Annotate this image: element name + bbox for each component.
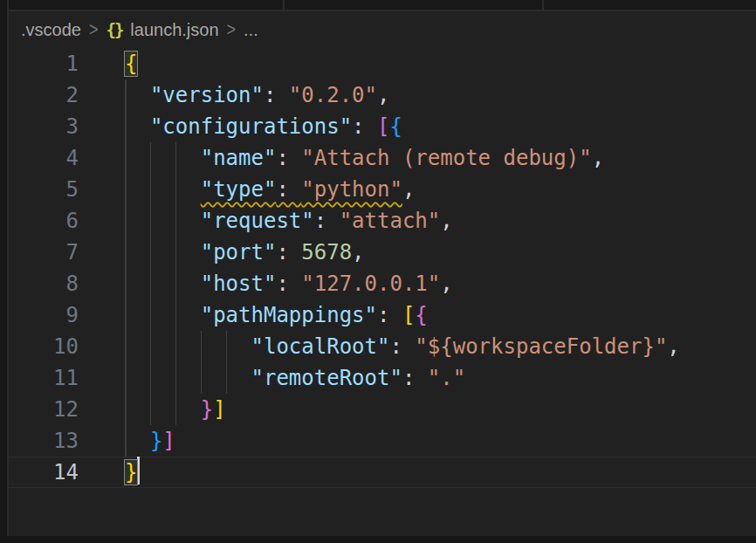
code-line-12[interactable]: 12 }] [9, 394, 756, 425]
token [125, 334, 251, 359]
token: "pathMappings" [201, 303, 377, 327]
code-line-13[interactable]: 13 }] [9, 425, 756, 457]
code-line-4[interactable]: 4 "name": "Attach (remote debug)", [9, 142, 756, 174]
code-line-content: "version": "0.2.0", [79, 79, 389, 111]
code-line-6[interactable]: 6 "request": "attach", [9, 205, 756, 237]
token: : [314, 209, 340, 233]
token [125, 429, 150, 453]
code-line-10[interactable]: 10 "localRoot": "${workspaceFolder}", [9, 331, 756, 362]
code-line-content: "host": "127.0.0.1", [79, 268, 453, 299]
token: "host" [201, 272, 277, 296]
token: ] [213, 397, 225, 422]
token [125, 366, 251, 390]
token: [ [402, 303, 415, 327]
code-line-content: "type": "python", [79, 174, 415, 205]
token: { [389, 114, 402, 139]
token: { [415, 303, 427, 327]
text-cursor [137, 457, 140, 485]
token [125, 240, 201, 265]
code-line-9[interactable]: 9 "pathMappings": [{ [9, 299, 756, 331]
line-number[interactable]: 1 [9, 48, 79, 79]
token: : [402, 366, 428, 390]
token: "." [428, 366, 465, 390]
code-line-content: "pathMappings": [{ [79, 299, 428, 331]
line-number[interactable]: 9 [9, 299, 79, 331]
token: : [276, 146, 301, 170]
token [125, 272, 201, 296]
token [125, 177, 201, 202]
token: } [150, 429, 162, 453]
token: : [276, 240, 301, 265]
code-line-8[interactable]: 8 "host": "127.0.0.1", [9, 268, 756, 299]
token: "port" [201, 240, 277, 265]
line-number[interactable]: 12 [9, 394, 79, 425]
code-line-3[interactable]: 3 "configurations": [{ [9, 111, 756, 142]
token: , [667, 334, 679, 359]
token: "Attach (remote debug)" [301, 146, 591, 170]
tab-separator [542, 0, 544, 10]
breadcrumb-folder[interactable]: .vscode [21, 20, 81, 40]
warning-squiggle-token: "type" [201, 177, 277, 202]
token: "localRoot" [251, 334, 390, 359]
line-number[interactable]: 7 [9, 237, 79, 268]
token: : [389, 334, 415, 359]
line-number[interactable]: 2 [9, 79, 79, 111]
token: : [377, 303, 402, 327]
code-line-content: "name": "Attach (remote debug)", [79, 142, 604, 174]
code-line-content: "request": "attach", [79, 205, 453, 237]
token: "${workspaceFolder}" [415, 334, 667, 359]
token: : [276, 272, 301, 296]
token [125, 303, 201, 327]
token: , [440, 209, 452, 233]
token: "remoteRoot" [251, 366, 402, 390]
token: : [264, 83, 289, 107]
token: "attach" [340, 209, 441, 233]
token: , [352, 240, 364, 265]
line-number[interactable]: 11 [9, 362, 79, 394]
code-line-7[interactable]: 7 "port": 5678, [9, 237, 756, 268]
token [125, 83, 150, 107]
token [125, 397, 201, 422]
code-line-14[interactable]: 14} [9, 457, 756, 488]
code-editor[interactable]: 1{2 "version": "0.2.0",3 "configurations… [9, 48, 756, 488]
line-number[interactable]: 10 [9, 331, 79, 362]
code-line-2[interactable]: 2 "version": "0.2.0", [9, 79, 756, 111]
token [125, 209, 201, 233]
token: , [592, 146, 604, 170]
bracket-match: } [125, 460, 137, 485]
json-file-icon: {} [106, 20, 122, 39]
token: "version" [150, 83, 264, 107]
code-line-content: }] [79, 425, 175, 457]
code-line-content: }] [79, 394, 226, 425]
tab-bar-bottom-sliver [9, 0, 756, 10]
token: 5678 [301, 240, 352, 265]
token: : [352, 114, 377, 139]
warning-squiggle-token: "python" [301, 177, 402, 202]
token: "configurations" [150, 114, 352, 139]
chevron-right-icon: > [227, 18, 237, 41]
line-number[interactable]: 3 [9, 111, 79, 142]
line-number[interactable]: 5 [9, 174, 79, 205]
chevron-right-icon: > [89, 18, 99, 41]
window-bottom-edge [0, 536, 756, 543]
line-number[interactable]: 4 [9, 142, 79, 174]
tab-separator [283, 0, 285, 10]
vscode-editor-window: .vscode > {} launch.json > ... 1{2 "vers… [0, 0, 756, 543]
code-line-11[interactable]: 11 "remoteRoot": "." [9, 362, 756, 394]
token: "0.2.0" [289, 83, 377, 107]
code-line-content: "localRoot": "${workspaceFolder}", [79, 331, 680, 362]
line-number[interactable]: 14 [9, 457, 79, 488]
warning-squiggle-token: : [276, 177, 301, 202]
line-number[interactable]: 6 [9, 205, 79, 237]
code-line-5[interactable]: 5 "type": "python", [9, 174, 756, 205]
code-line-content: } [79, 457, 140, 488]
line-number[interactable]: 13 [9, 425, 79, 457]
code-line-1[interactable]: 1{ [9, 48, 756, 79]
breadcrumb-symbol-ellipsis[interactable]: ... [244, 20, 258, 40]
token [125, 114, 150, 139]
breadcrumb-file[interactable]: launch.json [130, 20, 218, 40]
token: , [402, 177, 415, 202]
breadcrumb: .vscode > {} launch.json > ... [9, 11, 756, 48]
token [125, 146, 201, 170]
line-number[interactable]: 8 [9, 268, 79, 299]
